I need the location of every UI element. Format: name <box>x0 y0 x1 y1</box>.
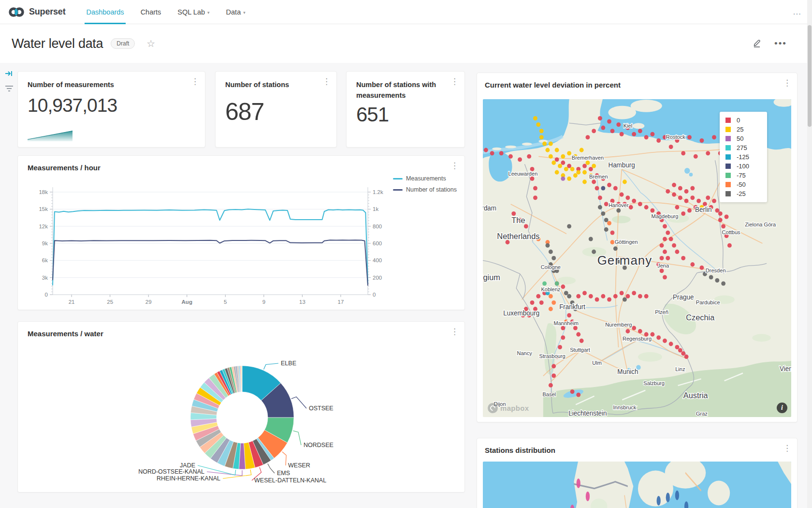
kebab-menu-icon[interactable]: ⋮ <box>322 78 331 85</box>
kpi-card-measurements: Number of measurements ⋮ 10,937,013 <box>17 71 205 148</box>
legend-swatch <box>725 182 731 187</box>
map-city-label: Bremerhaven <box>572 155 604 161</box>
map-city-label: Munich <box>617 368 638 375</box>
station-dot <box>490 151 494 155</box>
chart-legend: Measurements Number of stations <box>393 175 457 193</box>
donut-slice[interactable] <box>242 366 242 392</box>
station-dot <box>576 294 580 299</box>
map-city-label: Salzburg <box>643 380 665 386</box>
svg-text:6k: 6k <box>42 257 48 263</box>
map-city-label: Hanover <box>609 202 629 208</box>
station-dot <box>690 186 695 190</box>
station-dot <box>725 215 729 219</box>
station-dot <box>718 218 723 222</box>
station-dot <box>696 199 701 203</box>
map-city-label: Graz <box>696 411 708 417</box>
baltic-map[interactable]: KielRostock <box>483 462 791 508</box>
expand-filters-icon[interactable] <box>5 70 14 77</box>
station-dot <box>669 342 673 346</box>
svg-text:12k: 12k <box>39 224 48 229</box>
svg-text:0: 0 <box>45 292 48 298</box>
map-viewport[interactable]: KielRostock <box>483 462 791 508</box>
station-dot <box>663 339 667 343</box>
station-dot <box>620 291 624 295</box>
station-dot <box>675 345 680 349</box>
station-dot <box>644 135 649 139</box>
kebab-menu-icon[interactable]: ⋮ <box>450 78 459 85</box>
station-dot <box>694 154 698 159</box>
station-dot <box>595 297 599 301</box>
station-dot <box>712 199 716 203</box>
superset-logo[interactable]: Superset <box>0 0 78 24</box>
station-dot <box>592 179 596 184</box>
map-city-label: Germany <box>597 253 652 267</box>
station-dot <box>607 221 611 225</box>
map-legend-item: 0 <box>725 117 761 124</box>
station-dot <box>712 135 716 139</box>
station-dot <box>551 256 556 260</box>
station-dot <box>598 116 602 120</box>
dashboard-more-icon[interactable]: ••• <box>774 38 787 49</box>
station-dot <box>644 205 649 209</box>
station-dot <box>666 230 670 235</box>
mapbox-wordmark: mapbox <box>500 404 529 412</box>
kebab-menu-icon[interactable]: ⋮ <box>191 78 199 85</box>
donut-slice-label: JADE <box>180 462 195 469</box>
legend-label: -50 <box>737 181 746 188</box>
station-dot <box>613 186 618 190</box>
legend-item-number-of-stations[interactable]: Number of stations <box>393 186 457 193</box>
station-dot <box>610 230 615 235</box>
kebab-menu-icon[interactable]: ⋮ <box>783 445 791 452</box>
station-dot <box>684 199 689 203</box>
scrollbar-thumb[interactable] <box>808 25 812 127</box>
edit-pencil-icon[interactable] <box>753 38 762 49</box>
map-city-label: Hamburg <box>608 162 635 169</box>
nav-overflow-button[interactable]: ... <box>793 0 801 24</box>
station-dot <box>727 243 732 248</box>
nav-item-dashboards[interactable]: Dashboards <box>78 0 132 24</box>
legend-item-measurements[interactable]: Measurements <box>393 175 457 182</box>
page-scrollbar[interactable] <box>807 0 812 508</box>
station-dot <box>718 211 723 216</box>
station-dot <box>690 262 695 267</box>
map-legend: 02550275-125-100-75-50-25 <box>720 112 767 202</box>
kebab-menu-icon[interactable]: ⋮ <box>783 80 791 87</box>
favorite-star-icon[interactable]: ☆ <box>146 38 155 49</box>
map-city-label: Belgium <box>483 273 500 282</box>
nav-item-sql-lab[interactable]: SQL Lab▾ <box>169 0 218 24</box>
svg-text:400: 400 <box>373 257 382 263</box>
map-city-label: Cologne <box>541 264 561 270</box>
donut-slice-label: WESER <box>288 462 310 469</box>
chart-card-measurements-per-hour: Measurements / hour ⋮ 003k2006k4009k6001… <box>17 155 465 310</box>
svg-text:1k: 1k <box>373 206 378 212</box>
station-dot <box>549 154 553 159</box>
map-city-label: Basel <box>542 391 556 397</box>
nav-item-data[interactable]: Data▾ <box>218 0 254 24</box>
map-viewport[interactable]: LeeuwardenAmsterdamTheNetherlandsBremerh… <box>483 99 791 417</box>
station-dot <box>582 164 587 168</box>
station-dot <box>546 243 550 248</box>
nav-item-charts[interactable]: Charts <box>132 0 170 24</box>
station-dot <box>610 129 615 133</box>
map-city-label: Mannheim <box>554 320 579 326</box>
station-dot <box>539 300 544 305</box>
mapbox-logo-icon <box>488 403 498 413</box>
map-legend-item: 25 <box>725 126 761 133</box>
kpi-card-stations-with-measurements: Number of stations with measurements ⋮ 6… <box>346 71 465 148</box>
donut-chart[interactable]: ELBEOSTSEENORDSEEWESEREMSWESEL-DATTELN-K… <box>18 322 465 493</box>
station-dot <box>508 154 513 159</box>
station-dot <box>687 135 692 139</box>
map-info-icon[interactable]: i <box>777 403 787 413</box>
station-dot <box>681 211 685 216</box>
station-dot <box>650 132 654 136</box>
map-city-label: Göttingen <box>615 239 638 245</box>
filter-icon[interactable] <box>5 85 14 92</box>
donut-slice-label: NORDSEE <box>304 442 334 448</box>
station-dot <box>700 138 704 143</box>
station-dot <box>567 177 571 181</box>
legend-label: -125 <box>737 153 749 161</box>
station-dot <box>539 135 544 139</box>
map-city-label: Nuremberg <box>605 322 632 328</box>
map-city-label: Austria <box>683 390 709 400</box>
station-dot <box>576 170 580 175</box>
